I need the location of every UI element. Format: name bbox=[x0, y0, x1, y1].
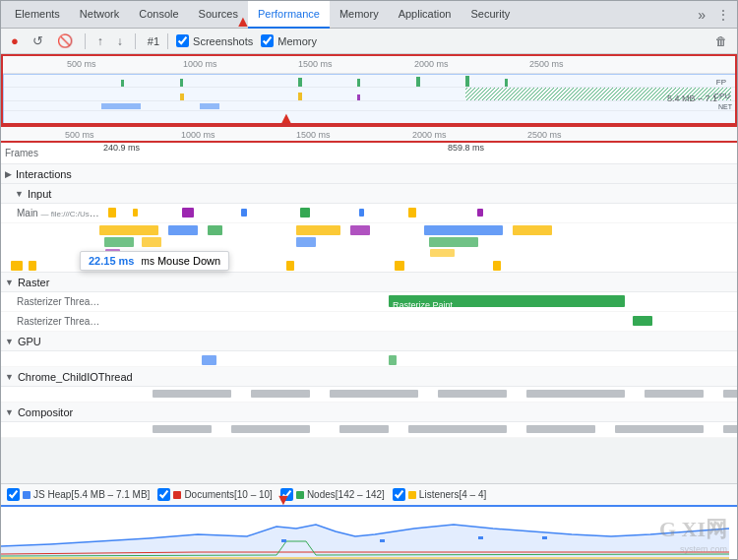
svg-rect-20 bbox=[300, 208, 310, 218]
tab-security[interactable]: Security bbox=[461, 1, 520, 29]
separator3 bbox=[167, 33, 168, 49]
memory-chart: G XI网 system.com bbox=[1, 505, 737, 559]
svg-rect-33 bbox=[296, 237, 316, 247]
chrome-io-track-content bbox=[103, 387, 737, 402]
compositor-arrow: ▼ bbox=[5, 407, 14, 417]
rasterizer-thread-1-content: Rasterize Paint bbox=[103, 292, 737, 311]
gpu-block-1 bbox=[202, 355, 216, 365]
devtools-settings-button[interactable]: ⋮ bbox=[713, 6, 733, 24]
legend-js-heap: JS Heap[5.4 MB – 7.1 MB] bbox=[7, 488, 150, 501]
svg-rect-52 bbox=[339, 425, 389, 433]
clear-button[interactable]: 🚫 bbox=[53, 31, 77, 50]
interactions-header[interactable]: ▶ Interactions bbox=[1, 164, 737, 184]
rasterizer-thread-2-content bbox=[103, 312, 737, 331]
history-label: #1 bbox=[148, 35, 159, 47]
svg-rect-25 bbox=[168, 225, 198, 235]
svg-rect-54 bbox=[526, 425, 595, 433]
svg-rect-32 bbox=[142, 237, 161, 247]
record-icon: ● bbox=[11, 33, 19, 48]
legend-js-heap-checkbox[interactable] bbox=[7, 488, 20, 501]
rasterizer-thread-1-label: Rasterizer Thread 1 bbox=[5, 296, 103, 307]
svg-rect-31 bbox=[104, 237, 134, 247]
tab-elements[interactable]: Elements bbox=[5, 1, 70, 29]
svg-rect-34 bbox=[429, 237, 478, 247]
screenshots-checkbox-group: Screenshots bbox=[176, 34, 253, 47]
tooltip-time: 22.15 ms bbox=[89, 255, 134, 267]
legend-listeners-label: Listeners[4 – 4] bbox=[419, 489, 486, 500]
legend-listeners-dot bbox=[408, 491, 416, 499]
svg-rect-16 bbox=[108, 208, 116, 218]
rasterizer-thread-1-row: Rasterizer Thread 1 Rasterize Paint bbox=[1, 292, 737, 312]
gpu-title: GPU bbox=[18, 336, 41, 347]
frames-label: Frames bbox=[5, 148, 103, 158]
svg-rect-45 bbox=[330, 390, 418, 398]
legend-nodes-dot bbox=[296, 491, 304, 499]
tab-application[interactable]: Application bbox=[389, 1, 461, 29]
more-tabs-button[interactable]: » bbox=[694, 5, 709, 25]
legend-listeners-checkbox[interactable] bbox=[393, 488, 405, 501]
input-header[interactable]: ▼ Input bbox=[1, 184, 737, 204]
svg-rect-18 bbox=[182, 208, 194, 218]
svg-rect-55 bbox=[615, 425, 704, 433]
frame-time-2: 859.8 ms bbox=[448, 143, 484, 153]
frame-time-1: 240.9 ms bbox=[103, 143, 140, 153]
svg-rect-40 bbox=[286, 261, 294, 271]
main-track-label: Main — file:///C:/Users/suxq/De...%E5%84… bbox=[5, 208, 103, 218]
compositor-title: Compositor bbox=[18, 406, 73, 418]
download-icon: ↓ bbox=[117, 34, 123, 48]
selection-overlay[interactable] bbox=[3, 74, 736, 125]
gpu-header[interactable]: ▼ GPU bbox=[1, 332, 737, 351]
svg-rect-17 bbox=[133, 209, 138, 217]
tooltip-unit: ms bbox=[142, 256, 154, 267]
detail-tick-2500: 2500 ms bbox=[527, 130, 562, 140]
screenshots-checkbox[interactable] bbox=[176, 34, 189, 47]
input-title: Input bbox=[28, 188, 51, 200]
rasterize-paint-block: Rasterize Paint bbox=[389, 295, 625, 307]
chrome-io-track-row bbox=[1, 387, 737, 403]
tab-bar: Elements Network Console Sources Perform… bbox=[1, 1, 737, 29]
legend-documents-dot bbox=[173, 491, 181, 499]
svg-rect-23 bbox=[477, 209, 483, 217]
svg-rect-47 bbox=[526, 390, 625, 398]
screenshots-label[interactable]: Screenshots bbox=[193, 35, 253, 47]
legend-js-heap-label: JS Heap[5.4 MB – 7.1 MB] bbox=[33, 489, 150, 500]
tab-network[interactable]: Network bbox=[70, 1, 129, 29]
memory-label[interactable]: Memory bbox=[277, 35, 317, 47]
tooltip: 22.15 ms ms Mouse Down bbox=[80, 251, 229, 271]
svg-rect-36 bbox=[430, 249, 455, 257]
frames-row: Frames 240.9 ms 859.8 ms bbox=[1, 143, 737, 164]
reload-record-button[interactable]: ↺ bbox=[29, 31, 47, 50]
trash-button[interactable]: 🗑 bbox=[711, 32, 731, 50]
svg-rect-30 bbox=[513, 225, 552, 235]
compositor-header[interactable]: ▼ Compositor bbox=[1, 403, 737, 422]
memory-checkbox-group: Memory bbox=[261, 34, 317, 47]
upload-button[interactable]: ↑ bbox=[93, 32, 107, 50]
frames-content: 240.9 ms 859.8 ms bbox=[103, 143, 733, 163]
chrome-io-header[interactable]: ▼ Chrome_ChildIOThread bbox=[1, 367, 737, 387]
raster-header[interactable]: ▼ Raster bbox=[1, 273, 737, 292]
download-button[interactable]: ↓ bbox=[113, 32, 127, 50]
overview-section: 500 ms 1000 ms 1500 ms 2000 ms 2500 ms F… bbox=[1, 54, 737, 125]
raster-title: Raster bbox=[18, 277, 49, 288]
record-button[interactable]: ● bbox=[7, 31, 23, 50]
detail-tick-1000: 1000 ms bbox=[181, 130, 215, 140]
svg-rect-29 bbox=[424, 225, 503, 235]
svg-rect-24 bbox=[99, 225, 158, 235]
svg-rect-48 bbox=[645, 390, 704, 398]
svg-rect-44 bbox=[251, 390, 310, 398]
clear-icon: 🚫 bbox=[57, 33, 73, 48]
svg-rect-38 bbox=[29, 261, 36, 271]
tick-500: 500 ms bbox=[67, 59, 96, 69]
svg-rect-27 bbox=[296, 225, 340, 235]
svg-rect-37 bbox=[11, 261, 23, 271]
gpu-track-content bbox=[103, 351, 737, 366]
svg-rect-58 bbox=[281, 539, 286, 542]
svg-rect-41 bbox=[395, 261, 404, 271]
memory-checkbox[interactable] bbox=[261, 34, 274, 47]
tab-memory[interactable]: Memory bbox=[330, 1, 389, 29]
svg-rect-22 bbox=[408, 208, 416, 218]
svg-rect-26 bbox=[208, 225, 222, 235]
legend-documents-checkbox[interactable] bbox=[157, 488, 170, 501]
tab-performance[interactable]: Performance bbox=[248, 1, 330, 29]
tab-console[interactable]: Console bbox=[129, 1, 188, 29]
